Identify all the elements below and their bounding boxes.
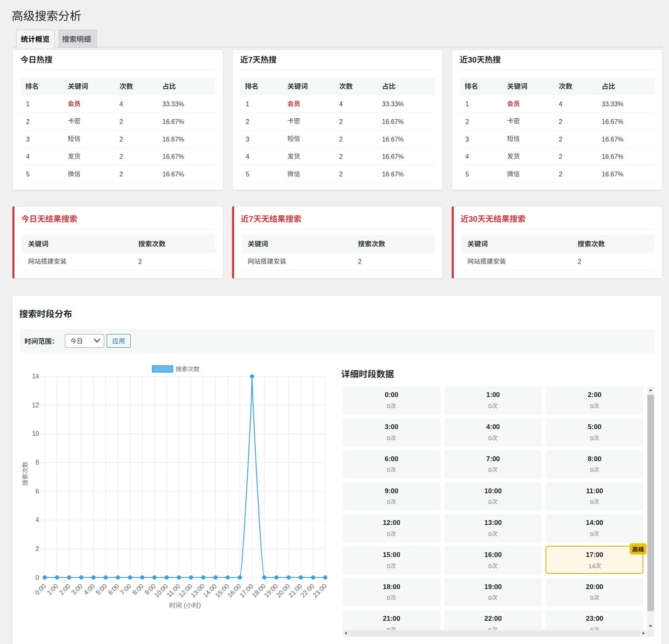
svg-text:0: 0 (590, 498, 593, 505)
svg-text:0: 0 (590, 466, 593, 473)
svg-text:18:00: 18:00 (251, 583, 267, 599)
svg-text:8:00: 8:00 (131, 583, 145, 596)
svg-text:12:00: 12:00 (178, 583, 194, 599)
svg-text:15:00: 15:00 (214, 583, 230, 599)
svg-text:8: 8 (36, 459, 39, 466)
svg-text:0: 0 (590, 434, 593, 441)
svg-text:0: 0 (387, 466, 390, 473)
svg-text:0: 0 (387, 530, 390, 537)
svg-text:21:00: 21:00 (287, 583, 303, 599)
svg-text:2:00: 2:00 (58, 583, 71, 596)
svg-text:19:00: 19:00 (263, 583, 279, 599)
svg-text:6: 6 (36, 488, 39, 495)
svg-text:10:00: 10:00 (153, 583, 169, 599)
svg-text:0: 0 (590, 403, 593, 409)
svg-text:22:00: 22:00 (299, 583, 315, 599)
svg-text:0: 0 (590, 530, 593, 537)
svg-text:0: 0 (387, 434, 390, 441)
svg-text:): ) (199, 602, 201, 609)
svg-text:17:00: 17:00 (238, 583, 255, 599)
svg-text:2: 2 (36, 545, 39, 552)
svg-text:7: 7 (249, 215, 253, 223)
svg-text:0: 0 (36, 574, 39, 581)
svg-text:0: 0 (488, 530, 491, 537)
svg-text:30: 30 (468, 55, 477, 64)
svg-text:1:00: 1:00 (46, 583, 59, 596)
svg-text:0: 0 (387, 562, 390, 569)
svg-text:0: 0 (387, 403, 390, 409)
svg-text:7:00: 7:00 (119, 583, 133, 596)
svg-text:0: 0 (488, 434, 491, 441)
svg-text:14: 14 (32, 373, 39, 380)
svg-text:4:00: 4:00 (82, 583, 96, 596)
svg-text:0: 0 (488, 403, 491, 409)
svg-text:5:00: 5:00 (95, 583, 108, 596)
svg-text:14:00: 14:00 (202, 583, 218, 599)
svg-text:(: ( (184, 602, 186, 609)
svg-text:0: 0 (488, 594, 491, 601)
svg-text:4: 4 (36, 516, 39, 523)
svg-text:0: 0 (488, 466, 491, 473)
svg-text:20:00: 20:00 (275, 583, 291, 599)
svg-text:0:00: 0:00 (34, 583, 47, 596)
svg-text:0: 0 (488, 562, 491, 569)
svg-text:3:00: 3:00 (70, 583, 84, 596)
svg-text:0: 0 (488, 498, 491, 505)
svg-text:0: 0 (387, 498, 390, 505)
svg-text:6:00: 6:00 (107, 583, 120, 596)
svg-text:14: 14 (588, 562, 595, 569)
svg-text:7: 7 (248, 55, 253, 64)
svg-text:13:00: 13:00 (190, 583, 206, 599)
svg-text:30: 30 (469, 215, 477, 223)
svg-text:10: 10 (32, 430, 39, 437)
svg-text:23:00: 23:00 (311, 583, 327, 599)
svg-text:0: 0 (387, 594, 390, 601)
svg-text:0: 0 (590, 594, 593, 601)
svg-text:12: 12 (32, 402, 39, 409)
svg-text:16:00: 16:00 (226, 583, 242, 599)
